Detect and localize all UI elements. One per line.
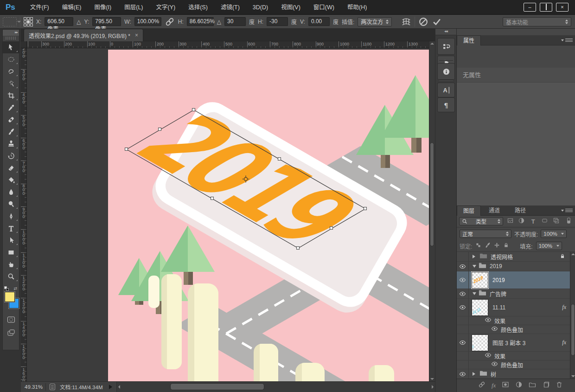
scroll-down-arrow[interactable]: [571, 375, 575, 377]
menu-item-7[interactable]: 3D(D): [246, 4, 275, 11]
transform-handle[interactable]: [364, 207, 367, 210]
dodge-tool[interactable]: [3, 198, 19, 210]
visibility-toggle[interactable]: [457, 252, 469, 261]
default-colors-icon[interactable]: [4, 286, 9, 291]
menu-item-6[interactable]: 滤镜(T): [214, 4, 246, 11]
document-tab[interactable]: 透视效果2.psd @ 49.3% (2019, RGB/8) * ×: [24, 29, 143, 41]
effect-visibility-toggle[interactable]: [491, 360, 498, 369]
new-layer-icon[interactable]: [542, 381, 549, 390]
lock-all-icon[interactable]: [503, 242, 509, 250]
new-adjustment-layer-icon[interactable]: [515, 381, 523, 390]
layer-group-row[interactable]: 2019: [457, 262, 570, 271]
status-flyout-arrow[interactable]: [109, 385, 115, 389]
effect-visibility-toggle[interactable]: [491, 325, 498, 334]
transform-handle[interactable]: [125, 148, 128, 151]
y-input[interactable]: 795.50 像素: [92, 17, 121, 26]
layers-scrollbar[interactable]: [570, 252, 575, 379]
layer-row[interactable]: ≋图层 3 副本 3fx: [457, 334, 570, 352]
collapse-triangle-icon[interactable]: [473, 265, 476, 270]
paragraph-panel-button[interactable]: ¶: [437, 97, 455, 112]
panel-menu-icon[interactable]: [565, 209, 573, 213]
vertical-scroll-thumb[interactable]: [430, 142, 434, 246]
vertical-ruler[interactable]: 2003004005006007008009001000110012001300…: [21, 48, 27, 381]
type-tool[interactable]: [3, 222, 19, 234]
tab-layers[interactable]: 图层: [457, 206, 481, 216]
transform-handle[interactable]: [158, 128, 161, 131]
visibility-toggle[interactable]: [457, 352, 469, 360]
fx-badge[interactable]: fx: [562, 304, 566, 311]
visibility-toggle[interactable]: [457, 299, 469, 316]
width-input[interactable]: 100.00%: [134, 17, 161, 26]
layer-group-row[interactable]: 透视网格: [457, 252, 570, 262]
filter-adjustment-layers-icon[interactable]: [517, 217, 526, 226]
warp-mode-icon[interactable]: [401, 17, 411, 27]
filter-shape-layers-icon[interactable]: [540, 217, 549, 226]
transform-handle[interactable]: [211, 197, 214, 200]
dock-collapse-chevrons[interactable]: ◂◂: [435, 29, 456, 35]
vskew-input[interactable]: 0.00: [308, 17, 330, 26]
scroll-down-arrow[interactable]: [430, 378, 434, 380]
tab-channels[interactable]: 通道: [483, 206, 506, 216]
menu-item-0[interactable]: 文件(F): [24, 4, 56, 11]
filter-type-layers-icon[interactable]: T: [529, 218, 538, 225]
visibility-toggle[interactable]: [457, 325, 469, 334]
link-layers-icon[interactable]: [478, 381, 486, 390]
visibility-toggle[interactable]: [457, 334, 469, 351]
tab-paths[interactable]: 路径: [509, 206, 532, 216]
history-brush-tool[interactable]: [3, 150, 19, 162]
filter-toggle-switch[interactable]: [564, 217, 573, 226]
height-input[interactable]: 86.6025%: [187, 17, 214, 26]
hskew-input[interactable]: -30: [267, 17, 288, 26]
close-button[interactable]: ×: [556, 3, 569, 12]
transform-handle[interactable]: [192, 108, 195, 111]
quick-mask-button[interactable]: [3, 314, 19, 325]
layer-thumbnail[interactable]: 2019: [472, 272, 488, 289]
transform-handle[interactable]: [330, 226, 333, 230]
filter-smart-objects-icon[interactable]: [551, 217, 561, 226]
layer-group-row[interactable]: 树: [457, 369, 570, 379]
menu-item-9[interactable]: 窗口(W): [307, 4, 341, 11]
layer-effect-row[interactable]: 颜色叠加: [457, 325, 570, 334]
screen-mode-button[interactable]: [3, 327, 19, 338]
reference-point-locator[interactable]: [24, 17, 33, 26]
effect-visibility-toggle[interactable]: [485, 352, 492, 360]
rectangle-tool[interactable]: [3, 246, 19, 258]
relative-position-toggle[interactable]: △: [77, 19, 81, 25]
lock-transparency-icon[interactable]: [475, 242, 481, 250]
menu-item-5[interactable]: 选择(S): [182, 4, 214, 11]
layer-group-row[interactable]: 广告牌: [457, 289, 570, 299]
canvas[interactable]: 2019: [27, 48, 429, 381]
panel-menu-icon[interactable]: [565, 39, 573, 43]
history-panel-button[interactable]: [437, 38, 455, 55]
link-dimensions-icon[interactable]: [165, 17, 175, 27]
menu-item-8[interactable]: 视图(V): [275, 4, 307, 11]
minimize-button[interactable]: –: [524, 3, 536, 12]
menu-item-3[interactable]: 图层(L): [118, 4, 149, 11]
workspace-switcher[interactable]: 基本功能: [503, 17, 571, 26]
tools-grip[interactable]: [6, 37, 16, 40]
layer-thumbnail[interactable]: 11.11: [472, 299, 488, 316]
foreground-color-swatch[interactable]: [5, 292, 15, 302]
menu-item-2[interactable]: 图像(I): [88, 4, 118, 11]
layer-effect-row[interactable]: 效果: [457, 352, 570, 360]
blend-mode-select[interactable]: 正常: [460, 230, 511, 238]
fx-badge[interactable]: fx: [562, 339, 566, 346]
horizontal-scrollbar[interactable]: [116, 382, 435, 392]
opacity-field[interactable]: 100%: [541, 230, 567, 238]
marquee-tool[interactable]: [3, 53, 19, 65]
lasso-tool[interactable]: [3, 65, 19, 77]
new-group-icon[interactable]: [529, 381, 536, 390]
scroll-left-arrow[interactable]: [118, 385, 120, 389]
filter-type-select[interactable]: 类型: [459, 217, 503, 225]
transform-handle[interactable]: [296, 246, 300, 250]
pen-tool[interactable]: [3, 210, 19, 222]
path-select-tool[interactable]: [3, 234, 19, 246]
scroll-up-arrow[interactable]: [571, 253, 575, 255]
vertical-scrollbar[interactable]: [429, 41, 435, 381]
maximize-button[interactable]: [540, 3, 552, 12]
eyedropper-tool[interactable]: [3, 102, 19, 114]
interpolation-select[interactable]: 两次立方: [358, 17, 392, 26]
zoom-tool[interactable]: [3, 270, 19, 283]
tab-properties[interactable]: 属性: [457, 35, 481, 45]
commit-transform-icon[interactable]: [432, 17, 442, 27]
